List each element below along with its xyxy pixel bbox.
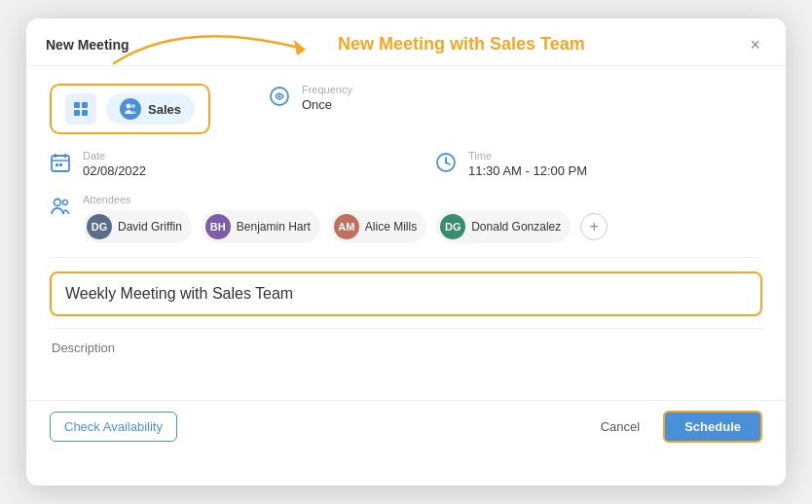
svg-point-6 <box>131 104 135 108</box>
close-button[interactable]: × <box>744 34 766 55</box>
frequency-icon <box>269 86 292 112</box>
attendees-icon <box>50 196 73 222</box>
team-selector[interactable]: Sales <box>50 84 210 134</box>
team-badge-icon <box>120 98 141 120</box>
dialog-title: New Meeting <box>46 37 129 53</box>
frequency-label: Frequency <box>302 84 352 95</box>
svg-marker-0 <box>294 40 306 55</box>
svg-point-8 <box>277 95 280 98</box>
time-content: Time 11:30 AM - 12:00 PM <box>468 150 587 178</box>
date-icon <box>50 152 73 178</box>
time-field: Time 11:30 AM - 12:00 PM <box>435 150 762 178</box>
new-meeting-dialog: New Meeting New Meeting with Sales Team … <box>26 18 786 486</box>
attendee-chip-david: DG David Griffin <box>83 210 192 243</box>
date-label: Date <box>83 150 146 162</box>
time-icon <box>435 152 459 178</box>
svg-rect-4 <box>82 110 88 116</box>
schedule-button[interactable]: Schedule <box>663 411 762 443</box>
avatar-david: DG <box>87 214 112 239</box>
divider-1 <box>50 257 762 258</box>
svg-point-5 <box>127 104 131 109</box>
subject-input[interactable] <box>50 271 762 316</box>
date-field: Date 02/08/2022 <box>50 150 377 178</box>
attendees-row: Attendees DG David Griffin BH Benjamin H… <box>50 194 762 243</box>
svg-rect-1 <box>74 102 80 108</box>
date-value: 02/08/2022 <box>83 163 146 178</box>
date-time-row: Date 02/08/2022 Time 11:30 AM - 12:00 PM <box>50 150 762 178</box>
attendee-name-donald: Donald Gonzalez <box>471 220 561 234</box>
attendee-name-alice: Alice Mills <box>365 220 417 234</box>
attendee-chip-donald: DG Donald Gonzalez <box>436 210 571 243</box>
cancel-button[interactable]: Cancel <box>587 413 653 441</box>
attendee-chip-alice: AM Alice Mills <box>330 210 426 243</box>
svg-rect-13 <box>55 163 58 166</box>
frequency-value: Once <box>302 97 352 112</box>
svg-rect-14 <box>59 163 62 166</box>
attendee-name-benjamin: Benjamin Hart <box>237 220 311 234</box>
date-content: Date 02/08/2022 <box>83 150 146 178</box>
description-input[interactable] <box>50 328 762 382</box>
attendees-list: DG David Griffin BH Benjamin Hart AM Ali… <box>83 210 608 243</box>
avatar-alice: AM <box>334 214 359 239</box>
avatar-donald: DG <box>440 214 465 239</box>
svg-rect-2 <box>82 102 88 108</box>
attendees-label: Attendees <box>83 194 608 205</box>
attendee-name-david: David Griffin <box>118 220 182 234</box>
team-name: Sales <box>148 102 181 117</box>
frequency-field: Frequency Once <box>269 84 762 112</box>
team-badge[interactable]: Sales <box>106 93 195 125</box>
check-availability-button[interactable]: Check Availability <box>50 412 177 442</box>
grid-icon <box>65 93 96 125</box>
attendee-chip-benjamin: BH Benjamin Hart <box>202 210 320 243</box>
top-row: Sales Frequency Once <box>50 84 762 134</box>
meeting-title-arrow-label: New Meeting with Sales Team <box>338 34 585 54</box>
dialog-footer: Check Availability Cancel Schedule <box>26 400 786 458</box>
frequency-content: Frequency Once <box>302 84 352 112</box>
time-value: 11:30 AM - 12:00 PM <box>468 163 587 178</box>
arrow-graphic <box>104 28 377 71</box>
dialog-header: New Meeting New Meeting with Sales Team … <box>26 18 786 66</box>
svg-point-18 <box>445 162 447 163</box>
footer-right: Cancel Schedule <box>587 411 762 443</box>
avatar-benjamin: BH <box>205 214 231 239</box>
time-label: Time <box>468 150 587 162</box>
svg-rect-3 <box>74 110 80 116</box>
attendees-content: Attendees DG David Griffin BH Benjamin H… <box>83 194 608 243</box>
svg-point-20 <box>63 200 68 205</box>
add-attendee-button[interactable]: + <box>580 213 608 240</box>
dialog-body: Sales Frequency Once <box>26 66 786 400</box>
svg-point-19 <box>55 199 61 206</box>
